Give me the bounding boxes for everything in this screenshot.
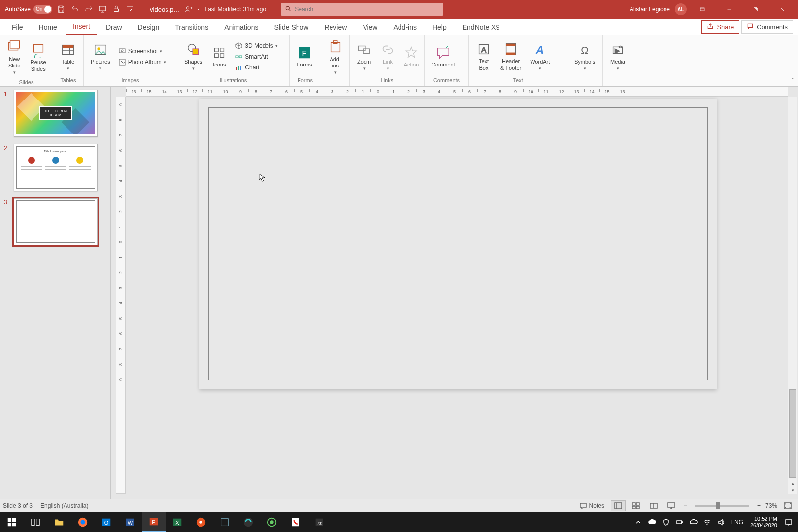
next-slide-icon[interactable]: ▾ xyxy=(789,487,796,494)
new-slide-button[interactable]: New Slide▾ xyxy=(4,37,25,77)
wordart-button[interactable]: A WordArt▾ xyxy=(527,40,553,73)
slide-canvas[interactable] xyxy=(200,99,717,389)
zoom-slider-thumb[interactable] xyxy=(716,502,720,509)
word-icon[interactable]: W xyxy=(118,512,142,532)
forms-button[interactable]: F Forms xyxy=(294,43,315,70)
notes-button[interactable]: Notes xyxy=(576,500,608,511)
photo-album-button[interactable]: Photo Album▾ xyxy=(116,57,168,67)
excel-icon[interactable]: X xyxy=(166,512,189,532)
user-avatar[interactable]: AL xyxy=(675,3,687,15)
sharing-status-icon[interactable] xyxy=(185,5,193,13)
undo-icon[interactable] xyxy=(70,4,80,14)
table-button[interactable]: Table▾ xyxy=(57,40,79,73)
tray-onedrive-icon[interactable] xyxy=(646,512,659,532)
vertical-scrollbar[interactable]: ▴ ▾ xyxy=(788,97,797,494)
slide-thumbnail-3[interactable]: 3 xyxy=(4,198,106,245)
tray-language[interactable]: ENG xyxy=(729,519,745,526)
zoom-slider[interactable] xyxy=(695,505,749,507)
normal-view-icon[interactable] xyxy=(611,500,626,511)
search-input[interactable] xyxy=(295,6,439,13)
7zip-icon[interactable]: 7z xyxy=(307,512,331,532)
outlook-icon[interactable]: O xyxy=(95,512,118,532)
slide-thumbnail-1[interactable]: 1 TITLE LOREM IPSUM xyxy=(4,90,106,137)
header-footer-button[interactable]: Header & Footer xyxy=(498,39,524,73)
tray-notifications-icon[interactable] xyxy=(782,512,795,532)
3d-models-button[interactable]: 3D Models▾ xyxy=(233,41,279,51)
slide-editor[interactable]: 1615141312111098765432101234567891011121… xyxy=(111,87,798,499)
qat-more-icon[interactable] xyxy=(125,4,135,14)
maximize-icon[interactable] xyxy=(745,0,766,19)
tab-addins[interactable]: Add-ins xyxy=(386,19,423,35)
file-explorer-icon[interactable] xyxy=(47,512,71,532)
tab-draw[interactable]: Draw xyxy=(99,19,129,35)
close-icon[interactable] xyxy=(771,0,793,19)
reuse-slides-button[interactable]: Reuse Slides xyxy=(28,40,49,74)
slide-thumbnail-2[interactable]: 2 Title Lorem Ipsum xyxy=(4,144,106,191)
save-icon[interactable] xyxy=(56,4,66,14)
share-button[interactable]: Share xyxy=(701,20,739,34)
edge-icon[interactable] xyxy=(236,512,260,532)
tray-expand-icon[interactable] xyxy=(632,512,645,532)
tab-home[interactable]: Home xyxy=(32,19,64,35)
present-icon[interactable] xyxy=(98,4,107,14)
tab-design[interactable]: Design xyxy=(131,19,166,35)
smartart-button[interactable]: SmartArt xyxy=(233,52,279,62)
tray-clock[interactable]: 10:52 PM 26/04/2020 xyxy=(746,516,781,529)
ribbon-collapse-icon[interactable]: ˄ xyxy=(791,77,794,84)
zoom-button[interactable]: Zoom▾ xyxy=(354,40,374,73)
svg-point-12 xyxy=(97,47,100,50)
slideshow-view-icon[interactable] xyxy=(664,500,679,511)
screenshot-button[interactable]: Screenshot▾ xyxy=(116,46,168,56)
touch-mode-icon[interactable] xyxy=(111,4,121,14)
slide-counter[interactable]: Slide 3 of 3 xyxy=(3,502,33,509)
tab-endnote[interactable]: EndNote X9 xyxy=(456,19,507,35)
tab-animations[interactable]: Animations xyxy=(217,19,265,35)
reading-view-icon[interactable] xyxy=(646,500,661,511)
autosave-toggle[interactable]: AutoSave On xyxy=(5,5,52,14)
task-view-icon[interactable] xyxy=(24,512,47,532)
slide-sorter-view-icon[interactable] xyxy=(629,500,643,511)
tray-wifi-icon[interactable] xyxy=(701,512,714,532)
ubuntu-icon[interactable] xyxy=(189,512,213,532)
powerpoint-icon[interactable]: P xyxy=(142,512,166,532)
start-button[interactable] xyxy=(0,512,24,532)
zoom-in-icon[interactable]: + xyxy=(755,502,763,509)
firefox-icon[interactable] xyxy=(71,512,95,532)
prev-slide-icon[interactable]: ▴ xyxy=(789,480,796,487)
fit-to-window-icon[interactable] xyxy=(780,500,795,511)
scrollbar-thumb[interactable] xyxy=(789,389,796,478)
media-button[interactable]: Media▾ xyxy=(607,40,629,73)
tab-transitions[interactable]: Transitions xyxy=(168,19,215,35)
search-box[interactable] xyxy=(281,3,443,16)
app-icon-2[interactable] xyxy=(260,512,284,532)
shapes-button[interactable]: Shapes▾ xyxy=(181,40,205,73)
icons-button[interactable]: Icons xyxy=(208,43,230,70)
zoom-level[interactable]: 73% xyxy=(765,502,777,509)
pictures-button[interactable]: Pictures▾ xyxy=(88,40,113,73)
tab-view[interactable]: View xyxy=(356,19,384,35)
comments-button[interactable]: Comments xyxy=(741,20,793,34)
language-status[interactable]: English (Australia) xyxy=(40,502,88,509)
tab-review[interactable]: Review xyxy=(317,19,354,35)
app-icon-1[interactable] xyxy=(213,512,236,532)
symbols-button[interactable]: Ω Symbols▾ xyxy=(571,40,598,73)
ribbon-display-icon[interactable] xyxy=(692,0,713,19)
redo-icon[interactable] xyxy=(84,4,94,14)
minimize-icon[interactable] xyxy=(718,0,740,19)
slides-panel[interactable]: 1 TITLE LOREM IPSUM 2 Title Lorem Ipsum xyxy=(0,87,111,499)
acrobat-icon[interactable] xyxy=(284,512,307,532)
zoom-out-icon[interactable]: − xyxy=(682,502,689,509)
text-box-button[interactable]: A Text Box xyxy=(473,39,495,73)
tab-slideshow[interactable]: Slide Show xyxy=(267,19,315,35)
addins-button[interactable]: Add- ins▾ xyxy=(325,37,346,77)
tab-file[interactable]: File xyxy=(5,19,30,35)
comment-button[interactable]: Comment xyxy=(429,43,458,70)
tray-volume-icon[interactable] xyxy=(715,512,728,532)
tray-battery-icon[interactable] xyxy=(673,512,686,532)
tab-help[interactable]: Help xyxy=(426,19,454,35)
tab-insert[interactable]: Insert xyxy=(66,19,97,35)
chart-button[interactable]: Chart xyxy=(233,63,279,72)
tray-cloud-icon[interactable] xyxy=(687,512,700,532)
user-name[interactable]: Alistair Legione xyxy=(630,6,670,13)
tray-security-icon[interactable] xyxy=(660,512,672,532)
